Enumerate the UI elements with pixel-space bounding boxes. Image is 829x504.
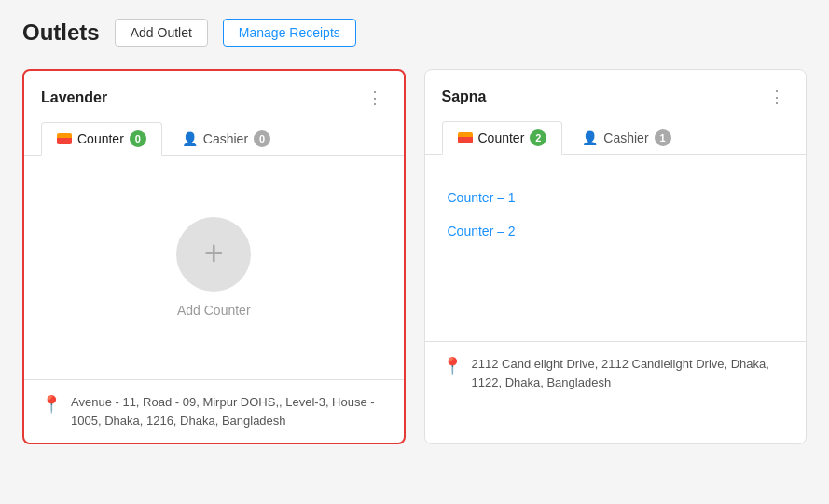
- counter-item-1[interactable]: Counter – 1: [444, 181, 788, 214]
- add-counter-area: + Add Counter: [43, 174, 385, 361]
- tab-cashier-label-sapna: Cashier: [603, 130, 648, 145]
- tab-cashier-label-lavender: Cashier: [203, 131, 248, 146]
- outlet-content-sapna: Counter – 1 Counter – 2: [425, 155, 807, 341]
- cashier-icon-lavender: 👤: [182, 131, 198, 146]
- outlet-name-sapna: Sapna: [442, 89, 487, 105]
- outlet-tabs-lavender: Counter 0 👤 Cashier 0: [24, 121, 404, 156]
- tab-cashier-lavender[interactable]: 👤 Cashier 0: [166, 122, 286, 156]
- outlet-tabs-sapna: Counter 2 👤 Cashier 1: [425, 120, 807, 155]
- manage-receipts-button[interactable]: Manage Receipts: [223, 19, 356, 47]
- cashier-badge-lavender: 0: [254, 130, 270, 147]
- counter-icon: [57, 133, 72, 144]
- add-counter-button[interactable]: +: [176, 217, 251, 292]
- tab-counter-label-sapna: Counter: [478, 130, 525, 145]
- location-icon-sapna: 📍: [442, 356, 463, 376]
- counter-item-2[interactable]: Counter – 2: [444, 214, 788, 248]
- outlet-address-sapna: 2112 Cand elight Drive, 2112 Candlelight…: [472, 355, 790, 391]
- tab-cashier-sapna[interactable]: 👤 Cashier 1: [566, 121, 686, 155]
- outlet-header-lavender: Lavender ⋮: [24, 71, 404, 121]
- tab-counter-lavender[interactable]: Counter 0: [41, 122, 162, 156]
- tab-counter-sapna[interactable]: Counter 2: [442, 121, 563, 155]
- outlet-name-lavender: Lavender: [41, 89, 107, 106]
- counter-list-sapna: Counter – 1 Counter – 2: [444, 173, 788, 255]
- page-title: Outlets: [22, 20, 100, 46]
- outlet-content-lavender: + Add Counter: [24, 156, 404, 379]
- add-counter-label: Add Counter: [177, 303, 251, 318]
- outlet-header-sapna: Sapna ⋮: [425, 70, 807, 120]
- outlet-footer-lavender: 📍 Avenue - 11, Road - 09, Mirpur DOHS,, …: [24, 379, 404, 443]
- outlets-grid: Lavender ⋮ Counter 0 👤 Cashier 0 + Add C…: [22, 69, 807, 444]
- outlet-footer-sapna: 📍 2112 Cand elight Drive, 2112 Candlelig…: [425, 341, 807, 404]
- cashier-icon-sapna: 👤: [582, 130, 598, 145]
- plus-icon: +: [204, 237, 224, 270]
- page-header: Outlets Add Outlet Manage Receipts: [22, 19, 807, 47]
- counter-icon-sapna: [458, 132, 473, 143]
- outlet-card-lavender: Lavender ⋮ Counter 0 👤 Cashier 0 + Add C…: [22, 69, 406, 444]
- outlet-address-lavender: Avenue - 11, Road - 09, Mirpur DOHS,, Le…: [71, 393, 387, 429]
- cashier-badge-sapna: 1: [655, 129, 671, 146]
- outlet-card-sapna: Sapna ⋮ Counter 2 👤 Cashier 1 Counter – …: [424, 69, 808, 444]
- outlet-menu-lavender[interactable]: ⋮: [363, 84, 387, 112]
- counter-badge-sapna: 2: [530, 129, 546, 146]
- tab-counter-label-lavender: Counter: [77, 131, 124, 146]
- location-icon-lavender: 📍: [41, 394, 62, 415]
- add-outlet-button[interactable]: Add Outlet: [115, 19, 208, 47]
- outlet-menu-sapna[interactable]: ⋮: [765, 83, 789, 111]
- counter-badge-lavender: 0: [130, 130, 146, 147]
